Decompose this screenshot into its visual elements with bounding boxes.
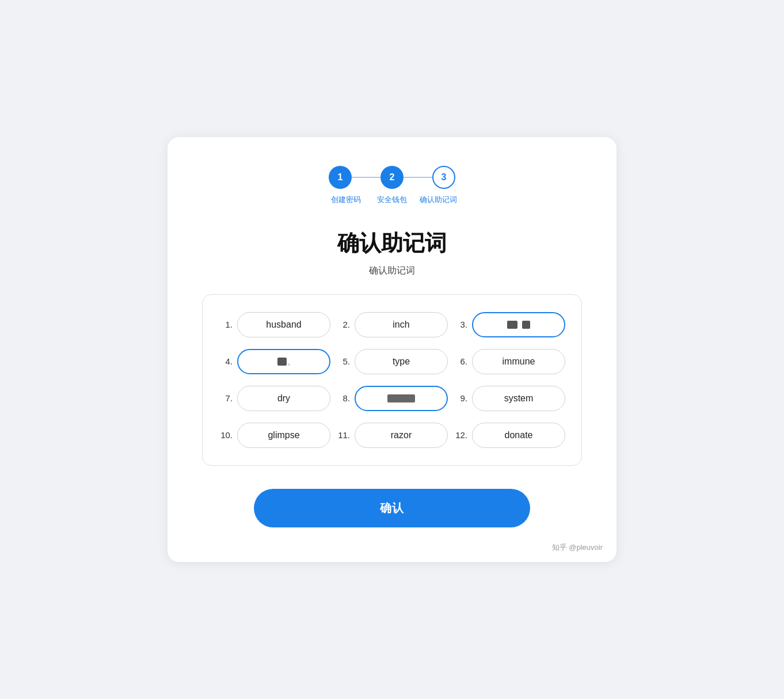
step-line-1: [352, 177, 380, 178]
word-text-7: dry: [277, 393, 290, 404]
word-text-10: glimpse: [268, 430, 299, 440]
step-2-label: 安全钱包: [369, 195, 415, 205]
word-text-1: husband: [266, 320, 301, 330]
word-item-11: 11. razor: [336, 423, 448, 448]
word-number-5: 5.: [336, 356, 350, 366]
word-box-11[interactable]: razor: [355, 423, 448, 448]
word-box-1[interactable]: husband: [237, 312, 330, 337]
word-item-1: 1. husband: [219, 312, 330, 337]
page-subtitle: 确认助记词: [202, 265, 582, 277]
word-number-4: 4.: [219, 356, 233, 366]
word-item-9: 9. system: [454, 386, 565, 411]
word-box-9[interactable]: system: [472, 386, 565, 411]
word-grid: 1. husband 2. inch 3.: [219, 312, 565, 448]
word-text-9: system: [504, 393, 534, 404]
word-grid-container: 1. husband 2. inch 3.: [202, 294, 582, 466]
word-number-1: 1.: [219, 320, 233, 329]
word-item-7: 7. dry: [219, 386, 330, 411]
step-2-circle: 2: [380, 166, 404, 189]
word-number-8: 8.: [336, 393, 350, 403]
redact-3b: [522, 321, 530, 329]
word-box-5[interactable]: type: [355, 349, 448, 374]
word-text-12: donate: [505, 430, 533, 440]
word-item-8: 8.: [336, 386, 448, 411]
word-box-12[interactable]: donate: [472, 423, 565, 448]
redact-3a: [507, 321, 517, 329]
word-box-7[interactable]: dry: [237, 386, 330, 411]
redact-4: [277, 358, 287, 366]
word-text-5: type: [393, 356, 410, 367]
main-card: 1 2 3 创建密码 安全钱包 确认助记词 确认助记词 确认助记词 1. hus…: [168, 137, 616, 561]
word-box-2[interactable]: inch: [355, 312, 448, 337]
step-3-circle: 3: [432, 166, 455, 189]
word-item-3: 3.: [454, 312, 565, 337]
word-item-2: 2. inch: [336, 312, 448, 337]
word-box-3[interactable]: [472, 312, 565, 337]
word-item-10: 10. glimpse: [219, 423, 330, 448]
word-item-4: 4. ,: [219, 349, 330, 374]
stepper: 1 2 3 创建密码 安全钱包 确认助记词: [202, 166, 582, 205]
word-item-6: 6. immune: [454, 349, 565, 374]
word-item-12: 12. donate: [454, 423, 565, 448]
word-text-2: inch: [393, 320, 409, 330]
word-box-10[interactable]: glimpse: [237, 423, 330, 448]
watermark: 知乎 @pleuvoir: [552, 542, 603, 553]
word-text-11: razor: [391, 430, 412, 440]
word-box-4[interactable]: ,: [237, 349, 330, 374]
word-box-8[interactable]: [355, 386, 448, 411]
word-number-12: 12.: [454, 430, 467, 440]
stepper-labels: 创建密码 安全钱包 确认助记词: [323, 195, 461, 205]
redact-8: [387, 394, 415, 402]
page-title: 确认助记词: [202, 229, 582, 258]
stepper-circles: 1 2 3: [329, 166, 455, 189]
word-item-5: 5. type: [336, 349, 448, 374]
step-1-circle: 1: [329, 166, 352, 189]
word-number-10: 10.: [219, 430, 233, 440]
step-line-2: [404, 177, 432, 178]
word-number-7: 7.: [219, 393, 233, 403]
step-1-label: 创建密码: [323, 195, 369, 205]
confirm-button[interactable]: 确认: [254, 489, 530, 527]
word-number-2: 2.: [336, 320, 350, 329]
word-number-11: 11.: [336, 430, 350, 440]
step-3-label: 确认助记词: [415, 195, 461, 205]
word-number-6: 6.: [454, 356, 467, 366]
word-number-3: 3.: [454, 320, 467, 329]
word-text-6: immune: [503, 356, 535, 367]
word-number-9: 9.: [454, 393, 467, 403]
word-box-6[interactable]: immune: [472, 349, 565, 374]
